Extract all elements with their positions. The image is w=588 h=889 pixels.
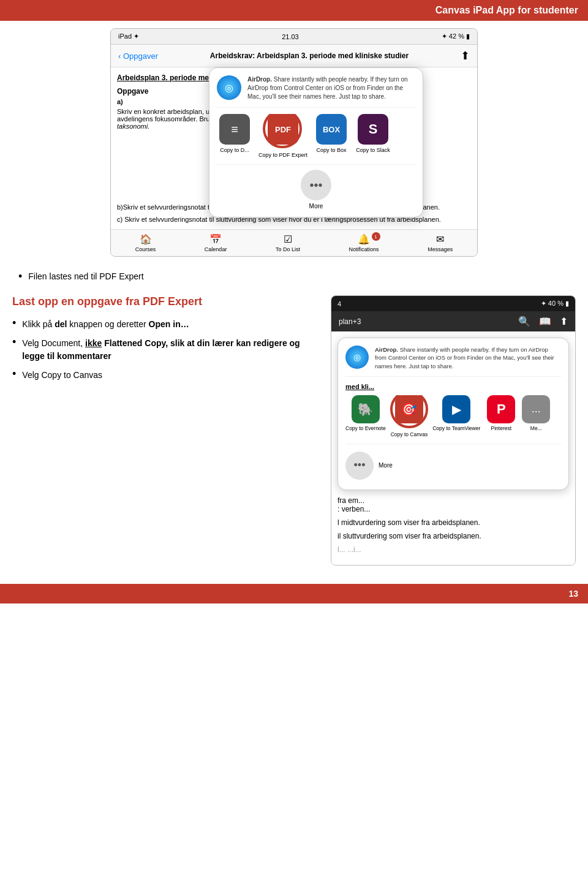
notif-label: Notifications [349,246,379,252]
nav-notifications[interactable]: 🔔 1 Notifications [349,233,379,252]
app-more-right[interactable]: ... Me... [522,395,550,431]
canvas-label: Copy to Canvas [391,431,428,437]
main-section: Last opp en oppgave fra PDF Expert • Kli… [0,289,588,572]
app-icons-row-top: ≡ Copy to D... PDF Copy to PDF Expert BO… [217,114,415,165]
ipad-bottom-nav: 🏠 Courses 📅 Calendar ☑ To Do List 🔔 1 No… [111,229,477,256]
more-section[interactable]: ••• More [217,170,415,210]
right-toolbar: plan+3 🔍 📖 ⬆ [331,311,575,331]
app-evernote[interactable]: 🐘 Copy to Evernote [345,395,386,431]
share-popup-top: ◎ AirDrop. Share instantly with people n… [209,67,423,218]
copy-doc-icon: ≡ [219,114,250,145]
right-subtitle: plan+3 [339,317,361,326]
page-number: 13 [568,589,578,599]
nav-courses[interactable]: 🏠 Courses [135,233,156,252]
ipad-screenshot-right: 4 ✦ 40 % ▮ plan+3 🔍 📖 ⬆ ◎ [331,295,576,566]
book-icon[interactable]: 📖 [539,316,551,327]
more-right-icon: ... [522,395,550,423]
calendar-icon: 📅 [209,233,222,245]
back-button[interactable]: ‹ Oppgaver [118,51,158,61]
status-left: iPad ✦ [118,32,139,40]
bullet-dot-b2: • [12,336,16,349]
app-copy-doc[interactable]: ≡ Copy to D... [217,114,252,153]
more-text-right: More [379,462,393,469]
ipad-screenshot-top: iPad ✦ 21.03 ✦ 42 % ▮ ‹ Oppgaver Arbeids… [110,28,478,257]
pdf-expert-wrap: PDF [268,114,298,145]
right-doc-text-4: l... ...i... [337,545,569,554]
bullet-text-3: Velg Copy to Canvas [22,369,102,382]
header-title: Canvas iPad App for studenter [435,5,578,15]
right-doc-text-2: l midtvurdering som viser fra arbeidspla… [337,518,569,527]
copy-doc-label: Copy to D... [220,147,249,153]
bullet-item-1: • Klikk på del knappen og deretter Open … [12,318,318,331]
bullet-dot-b3: • [12,368,16,380]
right-doc-title: med kli... [345,383,561,390]
todo-icon: ☑ [284,233,292,245]
pdf-expert-label: Copy to PDF Expert [258,152,307,158]
right-status-right: ✦ 40 % ▮ [541,300,569,308]
bullet-item-2: • Velg Document, ikke Flattened Copy, sl… [12,337,318,363]
app-canvas[interactable]: 🎯 Copy to Canvas [391,395,428,437]
pinterest-label: Pinterest [491,425,512,431]
more-label: More [309,203,323,210]
bullet-dot-1: • [18,270,22,283]
notif-icon: 🔔 [358,233,370,245]
toolbar-icons: 🔍 📖 ⬆ [518,316,568,327]
right-doc-text-3: il sluttvurdering som viser fra arbeidsp… [337,532,569,540]
app-teamviewer[interactable]: ▶ Copy to TeamViewer [432,395,480,431]
right-main-area: ◎ AirDrop. Share instantly with people n… [331,331,575,565]
section-title: Last opp en oppgave fra PDF Expert [12,295,318,308]
nav-todo[interactable]: ☑ To Do List [276,233,300,252]
notif-badge: 1 [372,232,380,241]
evernote-label: Copy to Evernote [345,425,386,431]
canvas-highlight-circle [390,395,428,428]
bullet-dot-b1: • [12,317,16,330]
right-doc-text-1: fra em...: verben... [337,496,569,513]
canvas-icon-wrap: 🎯 [395,395,423,423]
box-label: Copy to Box [317,147,347,153]
share-icon-right[interactable]: ⬆ [560,316,568,327]
evernote-icon: 🐘 [352,395,380,423]
airdrop-section: ◎ AirDrop. Share instantly with people n… [217,75,415,108]
share-icon[interactable]: ⬆ [461,49,470,62]
search-icon[interactable]: 🔍 [518,316,530,327]
right-status-left: 4 [337,300,341,308]
messages-label: Messages [428,246,453,252]
nav-actions: ⬆ [461,49,470,62]
todo-label: To Do List [276,246,300,252]
status-right: ✦ 42 % ▮ [442,32,470,40]
more-dots-right: ••• [345,452,374,480]
more-row-right[interactable]: ••• More [345,449,561,482]
slack-label: Copy to Slack [356,147,390,153]
teamviewer-label: Copy to TeamViewer [432,425,480,431]
box-icon: BOX [316,114,347,145]
teamviewer-icon: ▶ [442,395,470,423]
nav-calendar[interactable]: 📅 Calendar [205,233,227,252]
slack-icon: S [358,114,388,145]
nav-title: Arbeidskrav: Arbeidsplan 3. periode med … [210,51,409,60]
pinterest-icon: P [487,395,515,423]
app-pdf-expert[interactable]: PDF Copy to PDF Expert [258,114,307,158]
airdrop-text: AirDrop. Share instantly with people nea… [247,75,415,101]
airdrop-right: ◎ AirDrop. Share instantly with people n… [345,346,561,377]
courses-icon: 🏠 [140,233,152,245]
more-icon: ••• [301,170,331,200]
app-slack[interactable]: S Copy to Slack [355,114,391,153]
share-popup-right: ◎ AirDrop. Share instantly with people n… [337,338,569,490]
airdrop-icon-right: ◎ [345,346,369,369]
airdrop-icon: ◎ [217,75,241,100]
courses-label: Courses [135,246,156,252]
page-footer: 13 [0,584,588,603]
nav-messages[interactable]: ✉ Messages [428,233,453,252]
status-center: 21.03 [282,33,299,40]
calendar-label: Calendar [205,246,227,252]
left-column: Last opp en oppgave fra PDF Expert • Kli… [12,295,318,566]
page-header: Canvas iPad App for studenter [0,0,588,21]
app-box[interactable]: BOX Copy to Box [314,114,349,153]
filen-bullet: • Filen lastes ned til PDF Expert [18,271,570,283]
filen-bullet-section: • Filen lastes ned til PDF Expert [0,265,588,289]
airdrop-text-right: AirDrop. Share instantly with people nea… [375,346,561,370]
right-column: 4 ✦ 40 % ▮ plan+3 🔍 📖 ⬆ ◎ [331,295,576,566]
app-pinterest[interactable]: P Pinterest [485,395,517,431]
filen-text: Filen lastes ned til PDF Expert [28,271,143,281]
messages-icon: ✉ [436,233,444,245]
